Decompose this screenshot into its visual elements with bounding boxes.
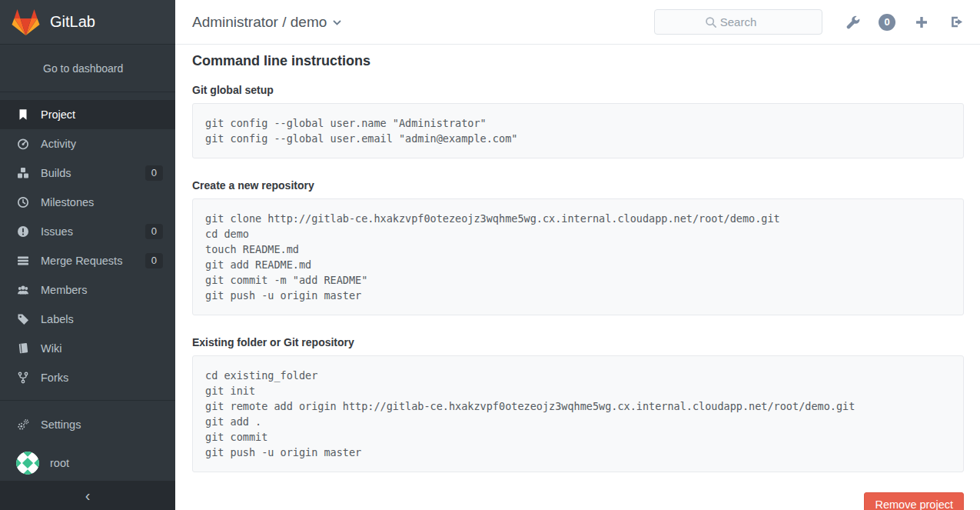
- sidebar-item-labels[interactable]: Labels: [0, 305, 175, 334]
- merge-requests-icon: [16, 255, 29, 268]
- merge-requests-count-badge: 0: [145, 253, 163, 268]
- code-block-create-new-repository: git clone http://gitlab-ce.hxakzvpf0otez…: [192, 198, 964, 315]
- chevron-left-icon: ‹: [85, 487, 91, 505]
- admin-area-button[interactable]: [844, 14, 861, 31]
- sign-out-icon: [949, 15, 964, 29]
- topbar-icons: 0: [844, 14, 965, 31]
- chevron-down-icon: [333, 20, 341, 26]
- section-heading-existing-folder: Existing folder or Git repository: [192, 335, 964, 349]
- exclamation-circle-icon: [16, 225, 29, 238]
- sidebar-collapse-toggle[interactable]: ‹: [0, 481, 175, 510]
- issues-count-badge: 0: [145, 224, 163, 239]
- builds-count-badge: 0: [145, 165, 163, 181]
- topbar: Administrator / demo 0: [175, 0, 980, 45]
- sidebar-divider: [0, 400, 175, 401]
- main-content: Command line instructions Git global set…: [175, 45, 980, 510]
- users-icon: [16, 284, 29, 297]
- sidebar-item-wiki[interactable]: Wiki: [0, 334, 175, 363]
- project-switcher-dropdown[interactable]: Administrator / demo: [192, 14, 341, 31]
- code-block-existing-folder: cd existing_folder git init git remote a…: [192, 355, 964, 472]
- sidebar-item-members[interactable]: Members: [0, 275, 175, 305]
- page-title: Command line instructions: [192, 52, 964, 69]
- book-icon: [16, 342, 29, 355]
- sidebar-item-forks[interactable]: Forks: [0, 363, 175, 392]
- section-heading-create-new-repository: Create a new repository: [192, 178, 964, 192]
- new-project-button[interactable]: [913, 14, 930, 31]
- wrench-icon: [845, 15, 860, 29]
- sidebar-item-profile[interactable]: root: [0, 445, 175, 481]
- code-block-git-global-setup: git config --global user.name "Administr…: [192, 103, 964, 158]
- sidebar-item-issues[interactable]: Issues 0: [0, 217, 175, 246]
- remove-project-button[interactable]: Remove project: [864, 492, 964, 510]
- sidebar: GitLab Go to dashboard Project Activity …: [0, 0, 175, 510]
- tag-icon: [16, 313, 29, 326]
- sidebar-brand[interactable]: GitLab: [0, 0, 175, 45]
- sidebar-item-builds[interactable]: Builds 0: [0, 158, 175, 188]
- plus-icon: [915, 15, 929, 29]
- avatar: [16, 452, 39, 475]
- footer-actions: Remove project: [192, 492, 964, 510]
- sidebar-item-merge-requests[interactable]: Merge Requests 0: [0, 246, 175, 275]
- dashboard-icon: [16, 138, 29, 151]
- section-heading-git-global-setup: Git global setup: [192, 83, 964, 97]
- cubes-icon: [16, 167, 29, 180]
- brand-name: GitLab: [50, 13, 95, 31]
- bookmark-icon: [16, 108, 29, 122]
- search-input[interactable]: [655, 10, 822, 34]
- breadcrumb: Administrator / demo: [192, 14, 327, 31]
- clock-icon: [16, 196, 29, 209]
- sidebar-item-project[interactable]: Project: [0, 100, 175, 129]
- go-to-dashboard-link[interactable]: Go to dashboard: [0, 45, 175, 92]
- fork-icon: [16, 372, 29, 385]
- gears-icon: [16, 418, 29, 431]
- sidebar-item-settings[interactable]: Settings: [0, 410, 175, 438]
- user-name: root: [50, 457, 69, 469]
- search-box[interactable]: [654, 9, 822, 35]
- sidebar-item-activity[interactable]: Activity: [0, 129, 175, 158]
- sidebar-nav: Project Activity Builds 0 Milestones I: [0, 92, 175, 392]
- sidebar-item-milestones[interactable]: Milestones: [0, 188, 175, 217]
- todos-counter-button[interactable]: 0: [879, 14, 895, 31]
- sign-out-button[interactable]: [948, 14, 965, 31]
- gitlab-logo-icon: [12, 9, 40, 35]
